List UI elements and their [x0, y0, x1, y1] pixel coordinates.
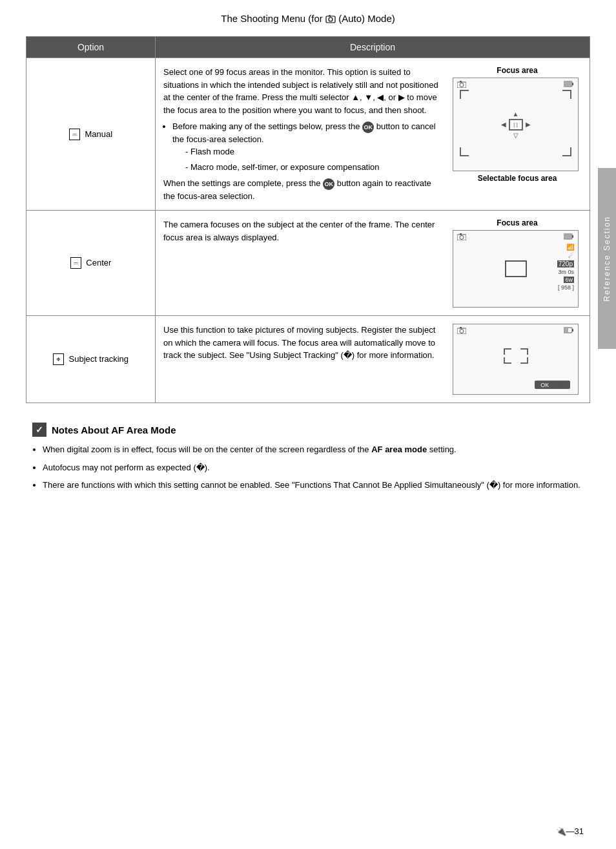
page-footer: 🔌―31	[556, 826, 584, 836]
note-item: Autofocus may not perform as expected (�…	[43, 461, 584, 474]
manual-image-area: Focus area	[453, 66, 582, 202]
svg-point-16	[460, 330, 464, 333]
svg-rect-11	[460, 233, 462, 235]
cam2-center-focus	[505, 260, 527, 277]
center-image-area: Focus area	[453, 218, 582, 308]
option-column-header: Option	[26, 37, 156, 58]
center-description: The camera focuses on the subject at the…	[163, 218, 442, 308]
cam-icon-tl	[457, 81, 466, 89]
notes-icon: ✓	[32, 423, 46, 437]
desc-cell-subject: Use this function to take pictures of mo…	[156, 316, 590, 403]
cam3-icon-tl	[457, 327, 466, 335]
notes-section: ✓ Notes About AF Area Mode When digital …	[26, 423, 590, 492]
sidebar-tab: Reference Section	[598, 168, 616, 349]
subject-label: Subject tracking	[69, 354, 129, 364]
selectable-focus-label: Selectable focus area	[453, 174, 582, 183]
cam2-icon-tl	[457, 233, 466, 242]
svg-rect-17	[460, 327, 462, 329]
note-item: There are functions with which this sett…	[43, 479, 584, 492]
cam3-start-label: OK Start	[535, 381, 570, 389]
option-cell-subject: ⌖ Subject tracking	[26, 316, 156, 403]
cam3-tracking-brackets	[504, 348, 528, 364]
bracket-br	[562, 147, 571, 156]
cam2-battery	[564, 233, 574, 241]
main-table: Option Description ⎓ Manual Select one o…	[26, 36, 590, 403]
svg-rect-14	[564, 235, 571, 238]
ok-icon-2: OK	[323, 178, 334, 190]
notes-title: Notes About AF Area Mode	[52, 424, 176, 435]
svg-point-10	[460, 236, 464, 240]
subject-icon: ⌖	[53, 353, 64, 365]
svg-rect-2	[329, 16, 331, 17]
option-cell-manual: ⎓ Manual	[26, 58, 156, 211]
table-row: ⌖ Subject tracking Use this function to …	[26, 316, 590, 403]
table-row: ⎓ Manual Select one of 99 focus areas in…	[26, 58, 590, 211]
camera-preview-manual: ▲ ◀ [ ] ▶ ▽	[453, 78, 579, 171]
camera-preview-center: 📶 ☄ 720p 3m 0s 6w [ 958 ]	[453, 230, 579, 308]
svg-point-4	[460, 83, 464, 87]
manual-description: Select one of 99 focus areas in the moni…	[163, 66, 442, 202]
subject-description: Use this function to take pictures of mo…	[163, 324, 442, 395]
notes-list: When digital zoom is in effect, focus wi…	[43, 443, 584, 492]
bracket-tr	[562, 90, 571, 99]
option-cell-center: ⎓ Center	[26, 211, 156, 316]
center-nav: ▲ ◀ [ ] ▶ ▽	[501, 110, 531, 139]
bracket-bl	[460, 147, 469, 156]
desc-cell-manual: Select one of 99 focus areas in the moni…	[156, 58, 590, 211]
center-label: Center	[86, 258, 111, 267]
page-title: The Shooting Menu (for (Auto) Mode)	[26, 13, 590, 25]
cam-battery-tr	[564, 81, 574, 89]
camera-preview-subject: OK Start	[453, 324, 579, 395]
svg-point-1	[329, 17, 333, 21]
camera-icon	[325, 14, 336, 25]
svg-rect-13	[572, 235, 573, 238]
svg-rect-7	[572, 83, 573, 85]
center-focus-area-label: Focus area	[453, 218, 582, 227]
desc-cell-center: The camera focuses on the subject at the…	[156, 211, 590, 316]
table-row: ⎓ Center The camera focuses on the subje…	[26, 211, 590, 316]
notes-header: ✓ Notes About AF Area Mode	[32, 423, 584, 437]
center-icon: ⎓	[70, 257, 81, 269]
svg-rect-5	[460, 81, 462, 83]
description-column-header: Description	[156, 37, 590, 58]
svg-rect-19	[572, 329, 573, 331]
svg-rect-20	[564, 328, 568, 332]
svg-rect-8	[564, 82, 571, 86]
cam2-right-icons: 📶 ☄ 720p 3m 0s 6w [ 958 ]	[557, 244, 574, 291]
focus-area-label: Focus area	[453, 66, 582, 75]
subject-image-area: OK Start	[453, 324, 582, 395]
manual-label: Manual	[85, 129, 112, 139]
ok-icon: OK	[362, 121, 374, 133]
page-number: 🔌―31	[556, 826, 584, 836]
manual-icon: ⎓	[69, 129, 80, 140]
cam3-battery	[564, 327, 574, 335]
bracket-tl	[460, 90, 469, 99]
note-item: When digital zoom is in effect, focus wi…	[43, 443, 584, 456]
sidebar-label: Reference Section	[602, 216, 611, 302]
